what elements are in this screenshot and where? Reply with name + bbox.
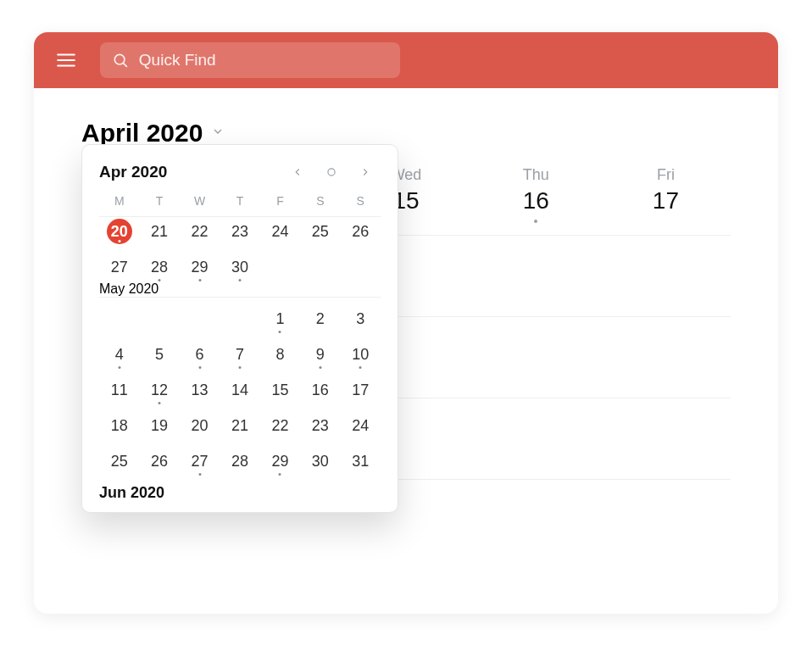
weekday-header-cell: T bbox=[220, 194, 259, 208]
weekday-number: 17 bbox=[653, 187, 679, 214]
day-cell[interactable]: 24 bbox=[341, 411, 381, 440]
day-cell[interactable]: 23 bbox=[220, 217, 259, 246]
day-cell[interactable]: 20 bbox=[99, 217, 139, 246]
date-picker-popover: Apr 2020 MTWTFSS 2021222324252627282930M… bbox=[81, 144, 398, 513]
day-cell[interactable]: 1 bbox=[260, 304, 300, 333]
day-cell[interactable]: 13 bbox=[180, 376, 220, 404]
day-cell[interactable]: 17 bbox=[341, 376, 381, 404]
popover-header: Apr 2020 bbox=[99, 159, 381, 191]
header-bar bbox=[34, 32, 778, 88]
popover-month-title: Apr 2020 bbox=[99, 163, 167, 181]
popover-nav bbox=[282, 160, 381, 184]
day-cell[interactable]: 25 bbox=[99, 447, 139, 476]
empty-cell bbox=[180, 304, 220, 333]
day-cell[interactable]: 22 bbox=[180, 217, 220, 246]
weekday-number: 16 bbox=[523, 187, 549, 214]
day-cell[interactable]: 4 bbox=[99, 340, 139, 369]
circle-icon bbox=[325, 166, 337, 178]
empty-cell bbox=[99, 304, 139, 333]
day-cell[interactable]: 29 bbox=[260, 447, 300, 476]
day-cell[interactable]: 2 bbox=[300, 304, 340, 333]
month-heading: May 2020 bbox=[99, 281, 381, 297]
day-cell[interactable]: 10 bbox=[341, 340, 381, 369]
day-cell[interactable]: 23 bbox=[300, 411, 340, 440]
chevron-down-icon[interactable] bbox=[211, 125, 225, 142]
weekday-header-cell: T bbox=[139, 194, 179, 208]
search-icon bbox=[112, 51, 129, 70]
menu-icon bbox=[55, 49, 77, 71]
day-cell[interactable]: 31 bbox=[341, 447, 381, 476]
day-cell[interactable]: 5 bbox=[139, 340, 179, 369]
menu-button[interactable] bbox=[49, 43, 83, 77]
weekday-label: Fri bbox=[601, 166, 731, 184]
app-window: April 2020 Wed 15 Thu 16 Fri 17 bbox=[34, 32, 778, 614]
svg-point-5 bbox=[328, 169, 335, 175]
next-month-button[interactable] bbox=[350, 160, 381, 184]
weekday-header-cell: M bbox=[99, 194, 139, 208]
weekday-header-cell: F bbox=[260, 194, 300, 208]
day-cell[interactable]: 15 bbox=[260, 376, 300, 404]
svg-line-4 bbox=[124, 64, 127, 67]
day-cell[interactable]: 30 bbox=[300, 447, 340, 476]
chevron-right-icon bbox=[359, 166, 371, 178]
day-cell[interactable]: 26 bbox=[341, 217, 381, 246]
day-cell[interactable]: 19 bbox=[139, 411, 179, 440]
weekday-label: Thu bbox=[471, 166, 601, 184]
day-cell[interactable]: 27 bbox=[99, 253, 139, 281]
today-button[interactable] bbox=[316, 160, 347, 184]
day-cell[interactable]: 6 bbox=[180, 340, 220, 369]
day-cell[interactable]: 21 bbox=[220, 411, 259, 440]
day-cell[interactable]: 9 bbox=[300, 340, 340, 369]
day-cell[interactable]: 28 bbox=[220, 447, 259, 476]
day-cell[interactable]: 7 bbox=[220, 340, 259, 369]
page-title: April 2020 bbox=[81, 119, 203, 148]
weekday-header-cell: S bbox=[341, 194, 381, 208]
next-month-label: Jun 2020 bbox=[99, 476, 381, 505]
day-cell[interactable]: 21 bbox=[139, 217, 179, 246]
svg-point-3 bbox=[114, 54, 125, 64]
empty-cell bbox=[139, 304, 179, 333]
day-cell[interactable]: 30 bbox=[220, 253, 259, 281]
weekday-header-row: MTWTFSS bbox=[99, 191, 381, 217]
day-cell[interactable]: 11 bbox=[99, 376, 139, 404]
day-cell[interactable]: 16 bbox=[300, 376, 340, 404]
day-cell[interactable]: 22 bbox=[260, 411, 300, 440]
day-cell[interactable]: 14 bbox=[220, 376, 259, 404]
month-grid: 1234567891011121314151617181920212223242… bbox=[99, 297, 381, 476]
month-grid: 2021222324252627282930 bbox=[99, 217, 381, 281]
day-cell[interactable]: 20 bbox=[180, 411, 220, 440]
day-cell[interactable]: 24 bbox=[260, 217, 300, 246]
search-box[interactable] bbox=[100, 42, 400, 78]
day-cell[interactable]: 29 bbox=[180, 253, 220, 281]
day-cell[interactable]: 28 bbox=[139, 253, 179, 281]
day-cell[interactable]: 12 bbox=[139, 376, 179, 404]
day-cell[interactable]: 27 bbox=[180, 447, 220, 476]
prev-month-button[interactable] bbox=[282, 160, 313, 184]
chevron-left-icon bbox=[292, 166, 303, 178]
weekday-header-cell: W bbox=[180, 194, 220, 208]
search-input[interactable] bbox=[139, 51, 388, 70]
day-cell[interactable]: 8 bbox=[260, 340, 300, 369]
empty-cell bbox=[220, 304, 259, 333]
day-cell[interactable]: 18 bbox=[99, 411, 139, 440]
weekday-col[interactable]: Thu 16 bbox=[471, 166, 601, 214]
content-area: April 2020 Wed 15 Thu 16 Fri 17 bbox=[34, 88, 778, 614]
day-cell[interactable]: 3 bbox=[341, 304, 381, 333]
title-row[interactable]: April 2020 bbox=[81, 119, 731, 148]
day-cell[interactable]: 26 bbox=[139, 447, 179, 476]
day-cell[interactable]: 25 bbox=[300, 217, 340, 246]
weekday-header-cell: S bbox=[300, 194, 340, 208]
weekday-col[interactable]: Fri 17 bbox=[601, 166, 731, 214]
